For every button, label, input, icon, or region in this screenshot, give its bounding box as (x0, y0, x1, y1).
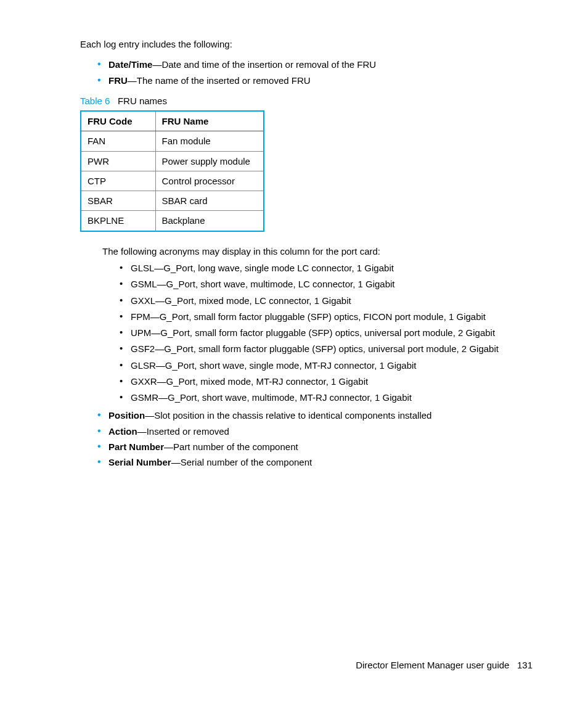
log-fields-bottom-list: Position—Slot position in the chassis re… (97, 408, 533, 469)
table-header-row: FRU Code FRU Name (81, 112, 263, 131)
page-footer: Director Element Manager user guide 131 (356, 658, 533, 672)
table-cell: SBAR (81, 191, 155, 211)
definition: —Serial number of the component (171, 457, 312, 467)
definition: —Inserted or removed (137, 426, 229, 437)
definition: —Slot position in the chassis relative t… (145, 410, 431, 421)
acronym-intro: The following acronyms may display in th… (102, 244, 533, 258)
table-cell: BKPLNE (81, 211, 155, 231)
term: Action (108, 426, 137, 437)
table-cell: Control processor (155, 171, 263, 191)
list-item: GXXL—G_Port, mixed mode, LC connector, 1… (120, 293, 533, 308)
footer-page-number: 131 (517, 660, 533, 670)
table-row: BKPLNE Backplane (81, 211, 263, 231)
list-item: UPM—G_Port, small form factor pluggable … (120, 326, 533, 340)
table-title: FRU names (118, 96, 167, 106)
fru-table-wrapper: FRU Code FRU Name FAN Fan module PWR Pow… (80, 110, 264, 232)
table-header: FRU Name (155, 112, 263, 131)
list-item: Date/Time—Date and time of the insertion… (97, 57, 533, 72)
table-cell: FAN (81, 131, 155, 151)
list-item: GLSL—G_Port, long wave, single mode LC c… (120, 261, 533, 275)
table-cell: Fan module (155, 131, 263, 151)
document-page: Each log entry includes the following: D… (0, 0, 588, 706)
fru-table: FRU Code FRU Name FAN Fan module PWR Pow… (81, 112, 263, 231)
table-label: Table 6 (80, 96, 110, 106)
list-item: GSML—G_Port, short wave, multimode, LC c… (120, 277, 533, 291)
table-cell: Power supply module (155, 151, 263, 171)
term: Position (108, 410, 145, 421)
table-row: CTP Control processor (81, 171, 263, 191)
definition: —Part number of the component (164, 441, 298, 452)
term: FRU (108, 75, 128, 86)
definition: —The name of the inserted or removed FRU (128, 75, 311, 86)
table-row: PWR Power supply module (81, 151, 263, 171)
table-cell: PWR (81, 151, 155, 171)
intro-text: Each log entry includes the following: (80, 37, 533, 51)
list-item: Part Number—Part number of the component (97, 440, 533, 454)
table-cell: Backplane (155, 211, 263, 231)
list-item: GSF2—G_Port, small form factor pluggable… (120, 342, 533, 356)
table-row: SBAR SBAR card (81, 191, 263, 211)
table-cell: CTP (81, 171, 155, 191)
list-item: GLSR—G_Port, short wave, single mode, MT… (120, 358, 533, 372)
term: Date/Time (108, 59, 152, 70)
list-item: GSMR—G_Port, short wave, multimode, MT-R… (120, 390, 533, 404)
table-cell: SBAR card (155, 191, 263, 211)
list-item: Action—Inserted or removed (97, 424, 533, 438)
list-item: Position—Slot position in the chassis re… (97, 408, 533, 422)
list-item: GXXR—G_Port, mixed mode, MT-RJ connector… (120, 374, 533, 388)
table-header: FRU Code (81, 112, 155, 131)
definition: —Date and time of the insertion or remov… (152, 59, 376, 70)
footer-title: Director Element Manager user guide (356, 660, 509, 670)
table-caption: Table 6 FRU names (80, 94, 533, 108)
acronym-list: GLSL—G_Port, long wave, single mode LC c… (120, 261, 533, 404)
list-item: Serial Number—Serial number of the compo… (97, 455, 533, 469)
list-item: FPM—G_Port, small form factor pluggable … (120, 310, 533, 324)
term: Part Number (108, 441, 164, 452)
table-row: FAN Fan module (81, 131, 263, 151)
list-item: FRU—The name of the inserted or removed … (97, 73, 533, 88)
term: Serial Number (108, 457, 171, 467)
log-fields-top-list: Date/Time—Date and time of the insertion… (97, 57, 533, 88)
